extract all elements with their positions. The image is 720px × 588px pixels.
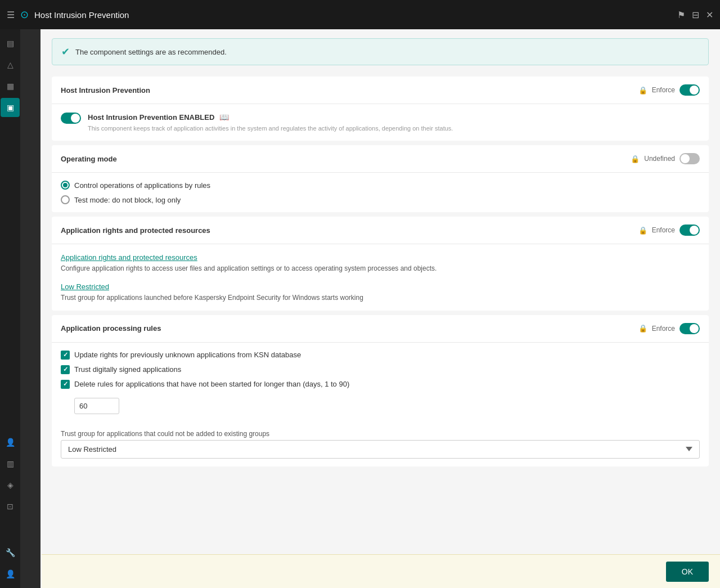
hip-enforce-label: Enforce — [652, 86, 675, 94]
radio-control-by-rules[interactable]: Control operations of applications by ru… — [61, 181, 700, 190]
hip-section-body: Host Intrusion Prevention ENABLED 📖 This… — [52, 104, 709, 141]
sidebar-left: ▤ △ ▦ ▣ 👤 ▥ ◈ ⊡ 🔧 👤 — [0, 29, 20, 588]
sidebar-item-reports[interactable]: ▥ — [1, 454, 20, 473]
book-icon: 📖 — [219, 113, 229, 122]
app-rights-toggle[interactable] — [680, 225, 700, 236]
hip-section: Host Intrusion Prevention 🔒 Enforce Host… — [52, 77, 709, 141]
main-content: ✔ The component settings are as recommen… — [40, 29, 720, 588]
radio-circle-2 — [61, 195, 70, 204]
operating-mode-title: Operating mode — [61, 155, 117, 163]
hip-enabled-row: Host Intrusion Prevention ENABLED 📖 This… — [61, 112, 700, 133]
hip-description: This component keeps track of applicatio… — [88, 124, 453, 133]
sidebar-item-users[interactable]: 👤 — [1, 433, 20, 452]
app-rights-enforce-label: Enforce — [652, 226, 675, 234]
sidebar-item-active[interactable]: ▣ — [1, 98, 20, 117]
app-rights-lock-icon: 🔒 — [638, 226, 647, 235]
checkbox-delete-label: Delete rules for applications that have … — [74, 380, 349, 388]
bookmark-icon[interactable]: ⊟ — [692, 10, 699, 20]
app-processing-controls: 🔒 Enforce — [638, 323, 700, 334]
topbar: ☰ ⊙ Host Intrusion Prevention ⚑ ⊟ ✕ — [0, 0, 720, 29]
operating-enforce-label: Undefined — [644, 155, 675, 163]
app-processing-checkboxes: ✓ Update rights for previously unknown a… — [52, 343, 709, 425]
radio-label-2: Test mode: do not block, log only — [74, 196, 181, 204]
app-processing-toggle[interactable] — [680, 323, 700, 334]
hip-section-controls: 🔒 Enforce — [638, 84, 700, 96]
checkbox-ksn-label: Update rights for previously unknown app… — [74, 351, 301, 359]
app-rights-link-desc: Configure application rights to access u… — [61, 264, 700, 273]
flag-icon[interactable]: ⚑ — [677, 10, 685, 20]
app-processing-enforce-label: Enforce — [652, 325, 675, 333]
radio-test-mode[interactable]: Test mode: do not block, log only — [61, 195, 700, 204]
app-processing-section: Application processing rules 🔒 Enforce ✓… — [52, 315, 709, 466]
low-restricted-group: Low Restricted Trust group for applicati… — [61, 281, 700, 303]
recommendation-banner: ✔ The component settings are as recommen… — [52, 38, 709, 65]
app-processing-lock-icon: 🔒 — [638, 324, 647, 333]
checkbox-delete-box: ✓ — [61, 380, 70, 389]
hip-lock-icon: 🔒 — [638, 86, 647, 95]
app-rights-link-group: Application rights and protected resourc… — [61, 252, 700, 273]
app-rights-link[interactable]: Application rights and protected resourc… — [61, 253, 197, 262]
operating-lock-icon: 🔒 — [631, 155, 640, 163]
hip-section-title: Host Intrusion Prevention — [61, 86, 150, 95]
operating-mode-options: Control operations of applications by ru… — [52, 173, 709, 212]
sidebar-item-monitor[interactable]: ◈ — [1, 475, 20, 495]
checkbox-delete-rules[interactable]: ✓ Delete rules for applications that hav… — [61, 380, 700, 389]
app-rights-section: Application rights and protected resourc… — [52, 217, 709, 311]
app-logo-icon: ⊙ — [20, 8, 29, 21]
app-processing-header: Application processing rules 🔒 Enforce — [52, 315, 709, 343]
radio-label-1: Control operations of applications by ru… — [74, 181, 210, 190]
sidebar-item-account[interactable]: 👤 — [1, 564, 20, 583]
banner-text: The component settings are as recommende… — [75, 48, 227, 56]
topbar-actions: ⚑ ⊟ ✕ — [677, 10, 713, 20]
close-icon[interactable]: ✕ — [706, 10, 713, 20]
low-restricted-desc: Trust group for applications launched be… — [61, 293, 700, 303]
app-rights-body: Application rights and protected resourc… — [52, 244, 709, 311]
ok-button[interactable]: OK — [666, 562, 709, 582]
sidebar-item-tools[interactable]: 🔧 — [1, 543, 20, 562]
trust-group-select[interactable]: Low Restricted High Restricted Untrusted… — [61, 440, 700, 459]
operating-mode-section: Operating mode 🔒 Undefined Control opera… — [52, 145, 709, 212]
hip-enabled-toggle[interactable] — [61, 113, 81, 124]
sidebar-item-dashboard[interactable]: ▦ — [1, 77, 20, 96]
operating-mode-header: Operating mode 🔒 Undefined — [52, 145, 709, 173]
operating-mode-controls: 🔒 Undefined — [631, 153, 700, 164]
app-rights-title: Application rights and protected resourc… — [61, 226, 210, 235]
page-title: Host Intrusion Prevention — [34, 10, 129, 20]
app-processing-title: Application processing rules — [61, 324, 161, 333]
radio-circle-1 — [61, 181, 70, 190]
app-rights-controls: 🔒 Enforce — [638, 225, 700, 236]
checkbox-ksn-box: ✓ — [61, 351, 70, 360]
hip-enabled-label: Host Intrusion Prevention ENABLED — [88, 113, 214, 122]
checkbox-signed-label: Trust digitally signed applications — [74, 365, 181, 374]
hip-toggle[interactable] — [680, 84, 700, 96]
low-restricted-link[interactable]: Low Restricted — [61, 282, 109, 291]
days-input[interactable] — [74, 398, 119, 414]
operating-toggle[interactable] — [680, 153, 700, 164]
hip-section-header: Host Intrusion Prevention 🔒 Enforce — [52, 77, 709, 104]
menu-icon[interactable]: ☰ — [7, 10, 15, 20]
checkbox-signed[interactable]: ✓ Trust digitally signed applications — [61, 365, 700, 374]
sidebar-item-alerts[interactable]: △ — [1, 55, 20, 74]
sidebar-item-store[interactable]: ⊡ — [1, 497, 20, 516]
check-circle-icon: ✔ — [61, 46, 70, 58]
checkbox-ksn[interactable]: ✓ Update rights for previously unknown a… — [61, 351, 700, 360]
sidebar-item-list[interactable]: ▤ — [1, 34, 20, 53]
checkbox-signed-box: ✓ — [61, 365, 70, 374]
app-rights-header: Application rights and protected resourc… — [52, 217, 709, 244]
trust-group-label: Trust group for applications that could … — [52, 425, 709, 440]
footer: OK — [42, 554, 720, 588]
